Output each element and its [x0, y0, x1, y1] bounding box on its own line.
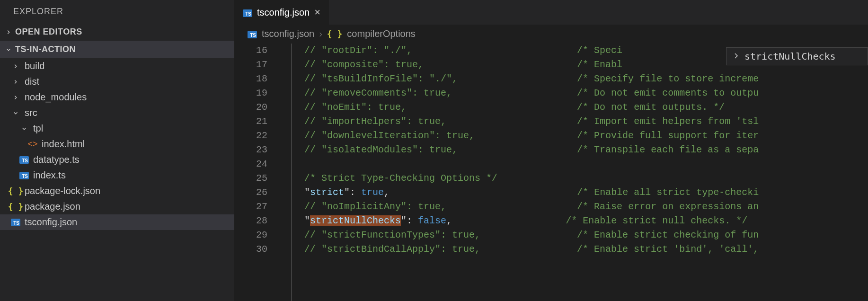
line-number: 20 — [234, 100, 267, 115]
tree-item-label: index.ts — [33, 170, 66, 181]
file-item[interactable]: TStsconfig.json — [0, 214, 234, 230]
breadcrumb-file[interactable]: tsconfig.json — [262, 28, 314, 39]
file-item[interactable]: <>index.html — [0, 136, 234, 152]
ts-file-icon: TS — [19, 155, 29, 165]
tree-item-label: dist — [25, 76, 39, 87]
chevron-icon — [10, 92, 21, 103]
line-number: 16 — [234, 44, 267, 58]
tab-tsconfig[interactable]: TS tsconfig.json × — [234, 0, 329, 25]
tree-item-label: datatype.ts — [33, 154, 80, 165]
tree-item-label: package.json — [25, 201, 80, 212]
project-section[interactable]: TS-IN-ACTION — [0, 41, 234, 58]
line-number: 19 — [234, 86, 267, 100]
code-editor[interactable]: 161718192021222324252627282930 // "rootD… — [234, 44, 868, 301]
line-number: 17 — [234, 58, 267, 72]
html-file-icon: <> — [27, 139, 38, 150]
breadcrumb[interactable]: TS tsconfig.json › { } compilerOptions — [234, 25, 868, 44]
code-line[interactable]: // "downlevelIteration": true, /* Provid… — [301, 129, 868, 143]
ts-file-icon: TS — [19, 170, 29, 181]
line-number: 22 — [234, 129, 267, 143]
code-line[interactable]: // "tsBuildInfoFile": "./", /* Specify f… — [301, 72, 868, 86]
line-number: 26 — [234, 186, 267, 200]
ts-file-icon: TS — [243, 7, 252, 18]
suggest-item-label[interactable]: strictNullChecks — [744, 51, 836, 62]
chevron-down-icon — [5, 46, 12, 53]
line-number: 28 — [234, 214, 267, 228]
file-tree: builddistnode_modulessrctpl<>index.htmlT… — [0, 58, 234, 301]
editor-area: TS tsconfig.json × TS tsconfig.json › { … — [234, 0, 868, 301]
tree-item-label: index.html — [42, 139, 85, 150]
code-line[interactable]: // "strictFunctionTypes": true, /* Enabl… — [301, 228, 868, 242]
line-number: 18 — [234, 72, 267, 86]
line-number-gutter: 161718192021222324252627282930 — [234, 44, 282, 301]
json-file-icon: { } — [10, 202, 21, 212]
file-item[interactable]: TSindex.ts — [0, 168, 234, 183]
line-number: 27 — [234, 200, 267, 214]
folder-item[interactable]: tpl — [0, 121, 234, 136]
code-line[interactable]: "strictNullChecks": false, /* Enable str… — [301, 214, 868, 228]
tree-item-label: node_modules — [25, 92, 87, 103]
tab-label: tsconfig.json — [257, 7, 310, 18]
code-content[interactable]: // "rootDir": "./", /* Speci// "composit… — [301, 44, 868, 301]
code-line[interactable]: "strict": true, /* Enable all strict typ… — [301, 186, 868, 200]
json-file-icon: { } — [10, 186, 21, 196]
chevron-right-icon — [5, 28, 12, 36]
chevron-icon — [19, 124, 29, 134]
indent-guide — [291, 44, 301, 301]
ts-file-icon: TS — [248, 28, 257, 39]
project-label: TS-IN-ACTION — [15, 44, 76, 54]
code-line[interactable]: /* Strict Type-Checking Options */ — [301, 171, 868, 186]
tree-item-label: src — [25, 107, 37, 118]
tab-bar: TS tsconfig.json × — [234, 0, 868, 25]
explorer-sidebar: EXPLORER OPEN EDITORS TS-IN-ACTION build… — [0, 0, 234, 301]
open-editors-section[interactable]: OPEN EDITORS — [0, 23, 234, 41]
chevron-icon — [10, 77, 21, 87]
folder-item[interactable]: node_modules — [0, 89, 234, 105]
line-number: 25 — [234, 171, 267, 186]
tree-item-label: build — [25, 61, 44, 71]
breadcrumb-scope[interactable]: compilerOptions — [347, 28, 416, 39]
line-number: 21 — [234, 115, 267, 129]
close-icon[interactable]: × — [314, 6, 320, 18]
file-item[interactable]: { }package-lock.json — [0, 183, 234, 199]
code-line[interactable]: // "strictBindCallApply": true, /* Enabl… — [301, 242, 868, 257]
braces-icon: { } — [327, 29, 343, 39]
line-number: 29 — [234, 228, 267, 242]
code-line[interactable]: // "noEmit": true, /* Do not emit output… — [301, 100, 868, 115]
code-line[interactable]: // "removeComments": true, /* Do not emi… — [301, 86, 868, 100]
file-item[interactable]: TSdatatype.ts — [0, 152, 234, 168]
code-line[interactable]: // "importHelpers": true, /* Import emit… — [301, 115, 868, 129]
folder-item[interactable]: src — [0, 105, 234, 121]
chevron-icon — [10, 108, 21, 118]
tree-item-label: tsconfig.json — [25, 217, 77, 228]
line-number: 24 — [234, 157, 267, 171]
chevron-icon — [10, 61, 21, 71]
fold-column — [282, 44, 291, 301]
tree-item-label: package-lock.json — [25, 186, 100, 196]
code-line[interactable] — [301, 157, 868, 171]
explorer-title: EXPLORER — [0, 0, 234, 23]
file-item[interactable]: { }package.json — [0, 199, 234, 214]
suggest-widget[interactable]: strictNullChecks — [726, 47, 868, 65]
code-line[interactable]: // "noImplicitAny": true, /* Raise error… — [301, 200, 868, 214]
line-number: 23 — [234, 143, 267, 157]
chevron-right-icon: › — [319, 28, 322, 39]
code-line[interactable]: // "isolatedModules": true, /* Transpile… — [301, 143, 868, 157]
chevron-right-icon — [732, 51, 740, 62]
tree-item-label: tpl — [33, 123, 43, 134]
ts-file-icon: TS — [10, 217, 21, 228]
line-number: 30 — [234, 242, 267, 257]
folder-item[interactable]: build — [0, 58, 234, 74]
folder-item[interactable]: dist — [0, 74, 234, 89]
open-editors-label: OPEN EDITORS — [15, 27, 82, 37]
